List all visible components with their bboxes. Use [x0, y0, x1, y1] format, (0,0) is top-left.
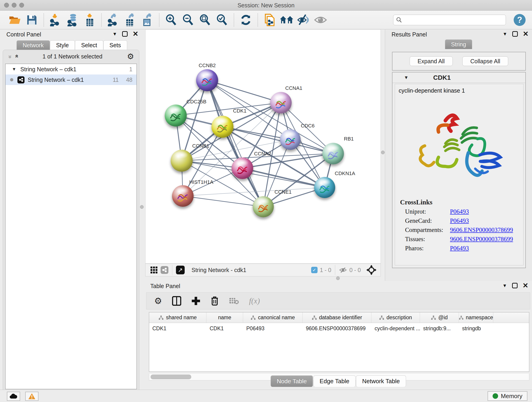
import-table-button[interactable] [82, 13, 97, 27]
grid-view-icon[interactable] [151, 267, 157, 274]
detach-view-icon[interactable]: ↗ [176, 266, 185, 274]
node-table[interactable]: shared namenamecanonical namedatabase id… [149, 312, 529, 372]
network-view-canvas[interactable]: CCNB2CCNA1CDC25BCDK1CDC6RB1CCNB1CCNA2CDK… [145, 29, 381, 264]
table-settings-gear-icon[interactable]: ⚙ [154, 296, 162, 306]
node-CCNE1[interactable] [253, 196, 274, 217]
cell-canonical-name[interactable]: P06493 [243, 323, 303, 334]
refresh-button[interactable] [239, 13, 253, 27]
table-panel-close-icon[interactable]: ✕ [523, 283, 528, 288]
crosslink-link[interactable]: P06493 [450, 245, 469, 252]
crosslink-link[interactable]: P06493 [450, 217, 469, 224]
column-header-canonical-name[interactable]: canonical name [243, 313, 303, 323]
tab-node-table[interactable]: Node Table [271, 375, 313, 387]
results-panel-menu-icon[interactable]: ▼ [503, 32, 507, 37]
node-CDK1[interactable] [211, 116, 234, 138]
tab-edge-table[interactable]: Edge Table [313, 375, 355, 387]
control-panel-menu-icon[interactable]: ▼ [113, 32, 117, 37]
tab-string[interactable]: String [445, 39, 472, 49]
node-RB1[interactable] [322, 143, 344, 164]
fit-selected-crosshair-icon[interactable] [366, 265, 376, 275]
column-header-namespace[interactable]: namespace [459, 313, 493, 323]
results-panel-float-icon[interactable] [512, 31, 518, 37]
results-panel-close-icon[interactable]: ✕ [523, 31, 529, 37]
node-CDKN1A[interactable] [314, 177, 335, 198]
collection-expand-icon[interactable]: ▼ [12, 67, 16, 72]
string-home-button[interactable] [279, 13, 294, 27]
zoom-out-button[interactable] [181, 13, 195, 27]
collapse-all-button[interactable]: Collapse All [462, 56, 508, 66]
network-view-share-icon[interactable] [161, 266, 168, 274]
edge-HIST1H1A-CCNE1[interactable] [183, 196, 263, 207]
memory-button[interactable]: Memory [488, 391, 527, 401]
column-header-name[interactable]: name [206, 313, 243, 323]
show-glass-balls-button[interactable] [313, 13, 328, 27]
export-image-button[interactable] [140, 13, 154, 27]
add-column-icon[interactable] [191, 296, 201, 306]
crosslink-link[interactable]: 9606.ENSP00000378699 [450, 236, 513, 243]
export-table-button[interactable] [123, 13, 138, 27]
warnings-button[interactable] [25, 392, 38, 401]
gene-description: cyclin-dependent kinase 1 [395, 84, 523, 94]
crosslink-link[interactable]: 9606.ENSP00000378699 [450, 226, 513, 234]
tab-network-table[interactable]: Network Table [356, 375, 406, 387]
node-CCNB1[interactable] [171, 150, 193, 172]
expand-all-button[interactable]: Expand All [410, 56, 453, 66]
column-header-database-identifier[interactable]: database identifier [303, 313, 371, 323]
cell-name[interactable]: CDK1 [206, 323, 243, 334]
node-CCNA2[interactable] [232, 157, 253, 179]
scrollbar-thumb[interactable] [151, 375, 191, 379]
import-network-file-button[interactable] [49, 13, 63, 27]
zoom-fit-button[interactable] [198, 13, 212, 27]
node-CCNB2[interactable] [196, 69, 218, 91]
bottom-splitter-handle[interactable] [336, 276, 340, 280]
table-panel-menu-icon[interactable]: ▼ [502, 283, 507, 288]
node-CDC6[interactable] [280, 129, 301, 150]
help-button[interactable]: ? [514, 14, 526, 26]
tab-sets[interactable]: Sets [103, 40, 127, 50]
open-session-button[interactable] [8, 13, 22, 27]
import-network-database-button[interactable] [65, 13, 80, 27]
control-panel-close-icon[interactable]: ✕ [133, 31, 138, 37]
network-collection-row[interactable]: ▼ String Network – cdk1 1 [6, 64, 137, 75]
table-panel-float-icon[interactable] [512, 283, 518, 288]
save-session-button[interactable] [25, 13, 39, 27]
network-options-gear-icon[interactable]: ⚙ [127, 52, 134, 61]
gene-section-header[interactable]: ▼ CDK1 [393, 72, 525, 83]
expand-all-networks-icon[interactable]: » [13, 55, 20, 57]
tab-network[interactable]: Network [17, 40, 50, 50]
hide-glass-balls-button[interactable] [297, 13, 311, 27]
control-panel-float-icon[interactable] [122, 31, 128, 37]
crosslink-link[interactable]: P06493 [450, 208, 469, 215]
delete-column-icon[interactable] [210, 296, 219, 306]
zoom-selected-button[interactable] [215, 13, 229, 27]
edge-CCNB2-CCNA1[interactable] [207, 80, 281, 103]
edge-CCNB2-CCNE1[interactable] [207, 80, 263, 207]
column-header-shared-name[interactable]: shared name [149, 313, 206, 323]
cell-description[interactable]: cyclin-dependent ... [371, 323, 420, 334]
right-splitter-handle[interactable] [381, 151, 385, 154]
search-input[interactable] [402, 17, 503, 23]
column-header-@id[interactable]: @id [420, 313, 459, 323]
cell-namespace[interactable]: stringdb [459, 323, 493, 334]
node-CDC25B[interactable] [165, 104, 187, 127]
gene-collapse-icon[interactable]: ▼ [404, 75, 409, 80]
left-splitter-handle[interactable] [140, 205, 144, 209]
export-network-button[interactable] [106, 13, 120, 27]
table-row[interactable]: CDK1CDK1P064939606.ENSP00000378699cyclin… [149, 323, 529, 334]
cell-database-identifier[interactable]: 9606.ENSP00000378699 [303, 323, 371, 334]
zoom-in-button[interactable] [164, 13, 178, 27]
show-columns-icon[interactable] [172, 296, 181, 306]
selected-checkbox-icon[interactable]: ✓ [311, 267, 317, 273]
node-HIST1H1A[interactable] [172, 185, 194, 207]
string-import-button[interactable] [263, 13, 277, 27]
edge-CCNA2-CDKN1A[interactable] [242, 168, 325, 187]
column-header-description[interactable]: description [371, 313, 420, 323]
network-row[interactable]: String Network – cdk1 11 48 [6, 75, 137, 85]
search-field[interactable] [393, 15, 506, 25]
node-CCNA1[interactable] [270, 92, 292, 114]
cloud-status-button[interactable] [7, 392, 20, 401]
cell-@id[interactable]: stringdb:9... [420, 323, 459, 334]
tab-style[interactable]: Style [50, 40, 75, 50]
tab-select[interactable]: Select [75, 40, 103, 50]
cell-shared-name[interactable]: CDK1 [149, 323, 206, 334]
